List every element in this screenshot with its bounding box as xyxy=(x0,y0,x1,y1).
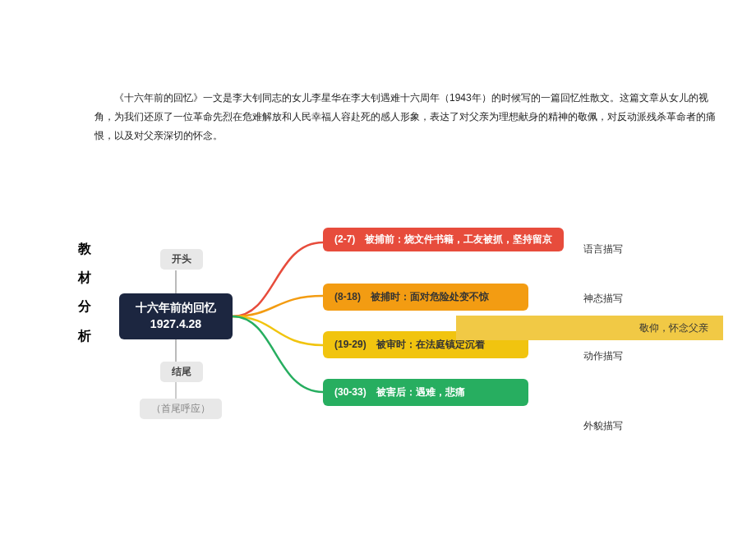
branch-during-arrest: (8-18) 被捕时：面对危险处变不惊 xyxy=(323,284,528,311)
technique-action: 动作描写 xyxy=(583,349,623,363)
vlabel-char: 析 xyxy=(78,321,93,350)
technique-language: 语言描写 xyxy=(583,242,623,256)
center-title: 十六年前的回忆 xyxy=(119,300,233,316)
tag-ending: 结尾 xyxy=(160,362,203,382)
center-date: 1927.4.28 xyxy=(119,316,233,333)
vlabel-char: 分 xyxy=(78,292,93,321)
branch-before-arrest: (2-7) 被捕前：烧文件书籍，工友被抓，坚持留京 xyxy=(323,228,564,251)
tag-opening: 开头 xyxy=(160,249,203,270)
branch-after-death: (30-33) 被害后：遇难，悲痛 xyxy=(323,379,528,406)
vertical-section-label: 教 材 分 析 xyxy=(78,234,93,350)
mindmap-diagram: 十六年前的回忆 1927.4.28 开头 结尾 （首尾呼应） (2-7) 被捕前… xyxy=(119,218,744,481)
center-node: 十六年前的回忆 1927.4.28 xyxy=(119,293,233,339)
vlabel-char: 材 xyxy=(78,263,93,292)
tag-echo: （首尾呼应） xyxy=(140,399,222,419)
technique-appearance: 外貌描写 xyxy=(583,419,623,433)
conclusion-bar: 敬仰，怀念父亲 xyxy=(456,316,723,340)
intro-paragraph: 《十六年前的回忆》一文是李大钊同志的女儿李星华在李大钊遇难十六周年（1943年）… xyxy=(94,89,727,145)
vlabel-char: 教 xyxy=(78,234,93,263)
technique-expression: 神态描写 xyxy=(583,292,623,306)
